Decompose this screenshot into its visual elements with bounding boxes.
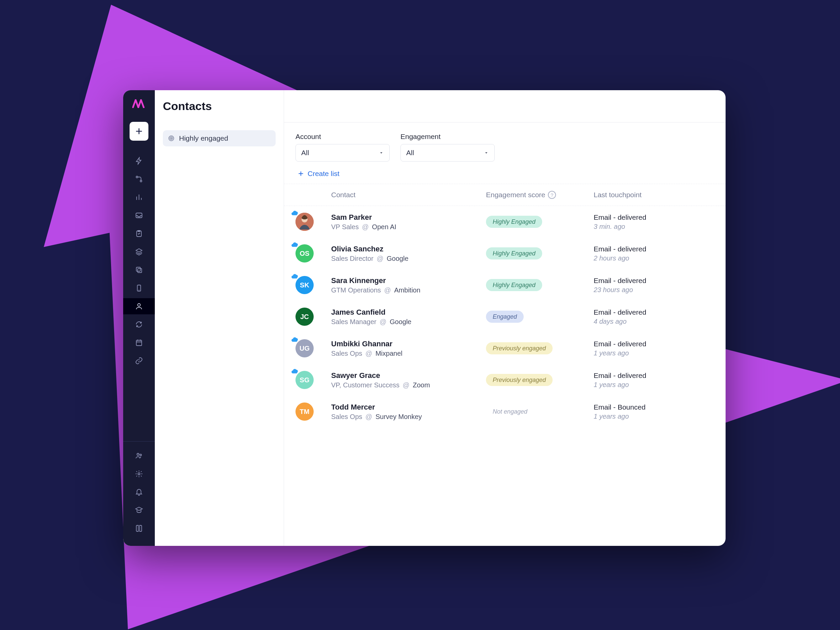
nav-items-bottom xyxy=(123,442,155,546)
nav-analytics-icon[interactable] xyxy=(123,189,155,205)
nav-copy-icon[interactable] xyxy=(123,262,155,278)
table-row[interactable]: OSOlivia SanchezSales Director @ GoogleH… xyxy=(284,238,726,269)
nav-quick-icon[interactable] xyxy=(123,153,155,169)
filter-engagement-value: All xyxy=(406,149,414,157)
table-row[interactable]: SGSawyer GraceVP, Customer Success @ Zoo… xyxy=(284,364,726,396)
touchpoint-time: 23 hours ago xyxy=(594,286,705,294)
create-list-button[interactable]: Create list xyxy=(297,170,714,178)
filter-account-select[interactable]: All xyxy=(295,144,390,161)
touchpoint-title: Email - delivered xyxy=(594,213,705,221)
nav-link-icon[interactable] xyxy=(123,353,155,369)
avatar-cell: JC xyxy=(295,308,331,326)
contact-name: James Canfield xyxy=(331,308,486,317)
contact-name: Olivia Sanchez xyxy=(331,245,486,253)
contact-name: Todd Mercer xyxy=(331,403,486,412)
touchpoint-time: 3 min. ago xyxy=(594,223,705,231)
engagement-cell: Highly Engaged xyxy=(486,247,594,259)
avatar-initials: UG xyxy=(300,344,309,352)
contact-cell: Umbikki GhannarSales Ops @ Mixpanel xyxy=(331,339,486,357)
column-contact: Contact xyxy=(331,191,486,199)
nav-layers-icon[interactable] xyxy=(123,244,155,260)
main-header xyxy=(284,90,726,123)
avatar: JC xyxy=(295,308,314,326)
touchpoint-cell: Email - Bounced1 years ago xyxy=(594,403,705,420)
nav-notifications-icon[interactable] xyxy=(123,484,155,500)
filter-engagement: Engagement All xyxy=(401,133,495,161)
svg-point-14 xyxy=(169,136,174,141)
contact-name: Sam Parker xyxy=(331,213,486,222)
contact-role: Sales Director @ Google xyxy=(331,255,486,262)
engagement-badge: Highly Engaged xyxy=(486,247,542,259)
touchpoint-time: 4 days ago xyxy=(594,318,705,325)
avatar-initials: OS xyxy=(300,250,309,257)
filter-engagement-select[interactable]: All xyxy=(401,144,495,161)
engagement-badge: Previously engaged xyxy=(486,374,553,386)
help-icon[interactable]: ? xyxy=(548,191,556,199)
lists-panel: Contacts Highly engaged xyxy=(155,90,284,546)
engagement-badge: Highly Engaged xyxy=(486,279,542,291)
table-row[interactable]: TMTodd MercerSales Ops @ Survey MonkeyNo… xyxy=(284,396,726,427)
filter-engagement-label: Engagement xyxy=(401,133,495,141)
touchpoint-cell: Email - delivered2 hours ago xyxy=(594,245,705,262)
page-title: Contacts xyxy=(163,99,276,113)
compose-button[interactable] xyxy=(129,122,148,141)
engagement-badge: Highly Engaged xyxy=(486,216,542,228)
contact-name: Umbikki Ghannar xyxy=(331,339,486,348)
engagement-cell: Highly Engaged xyxy=(486,216,594,228)
contact-cell: Olivia SanchezSales Director @ Google xyxy=(331,245,486,262)
contact-role: GTM Operations @ Ambition xyxy=(331,286,486,294)
engagement-cell: Previously engaged xyxy=(486,342,594,354)
touchpoint-cell: Email - delivered3 min. ago xyxy=(594,213,705,231)
contact-role: VP, Customer Success @ Zoom xyxy=(331,381,486,389)
svg-rect-4 xyxy=(136,213,142,218)
column-touchpoint: Last touchpoint xyxy=(594,191,705,199)
nav-team-icon[interactable] xyxy=(123,448,155,464)
touchpoint-title: Email - delivered xyxy=(594,245,705,253)
nav-calendar-icon[interactable] xyxy=(123,335,155,351)
touchpoint-time: 1 years ago xyxy=(594,413,705,420)
engagement-badge: Previously engaged xyxy=(486,342,553,354)
nav-contacts-icon[interactable] xyxy=(123,298,155,314)
salesforce-cloud-icon xyxy=(291,273,300,280)
svg-rect-6 xyxy=(137,268,142,273)
nav-education-icon[interactable] xyxy=(123,502,155,518)
nav-mobile-icon[interactable] xyxy=(123,280,155,296)
salesforce-cloud-icon xyxy=(291,242,300,248)
contact-rows: Sam ParkerVP Sales @ Open AIHighly Engag… xyxy=(284,206,726,546)
touchpoint-title: Email - delivered xyxy=(594,340,705,348)
contact-name: Sara Kinnenger xyxy=(331,276,486,285)
table-row[interactable]: Sam ParkerVP Sales @ Open AIHighly Engag… xyxy=(284,206,726,238)
table-row[interactable]: JCJames CanfieldSales Manager @ GoogleEn… xyxy=(284,301,726,333)
engagement-cell: Not engaged xyxy=(486,406,594,418)
table-row[interactable]: UGUmbikki GhannarSales Ops @ MixpanelPre… xyxy=(284,333,726,364)
plus-icon xyxy=(297,170,304,177)
avatar-cell: SK xyxy=(295,276,331,294)
nav-inbox-icon[interactable] xyxy=(123,207,155,223)
contact-name: Sawyer Grace xyxy=(331,371,486,380)
avatar: TM xyxy=(295,403,314,421)
nav-settings-icon[interactable] xyxy=(123,466,155,482)
avatar-initials: JC xyxy=(300,313,309,321)
svg-point-13 xyxy=(138,473,140,475)
nav-items-top xyxy=(123,153,155,369)
table-row[interactable]: SKSara KinnengerGTM Operations @ Ambitio… xyxy=(284,269,726,301)
engagement-cell: Highly Engaged xyxy=(486,279,594,291)
contact-role: VP Sales @ Open AI xyxy=(331,223,486,231)
nav-flow-icon[interactable] xyxy=(123,171,155,187)
chevron-down-icon xyxy=(379,150,384,155)
avatar-cell xyxy=(295,213,331,231)
nav-rail xyxy=(123,90,155,546)
touchpoint-time: 1 years ago xyxy=(594,349,705,357)
nav-tasks-icon[interactable] xyxy=(123,226,155,242)
list-item-highly-engaged[interactable]: Highly engaged xyxy=(163,130,276,147)
svg-point-11 xyxy=(137,453,139,455)
list-item-label: Highly engaged xyxy=(179,134,228,142)
contact-role: Sales Manager @ Google xyxy=(331,318,486,326)
avatar-initials: TM xyxy=(300,408,309,415)
nav-docs-icon[interactable] xyxy=(123,520,155,537)
svg-point-9 xyxy=(137,303,141,306)
avatar-cell: SG xyxy=(295,371,331,389)
nav-refresh-icon[interactable] xyxy=(123,316,155,333)
filter-account: Account All xyxy=(295,133,390,161)
contact-cell: Sam ParkerVP Sales @ Open AI xyxy=(331,213,486,231)
